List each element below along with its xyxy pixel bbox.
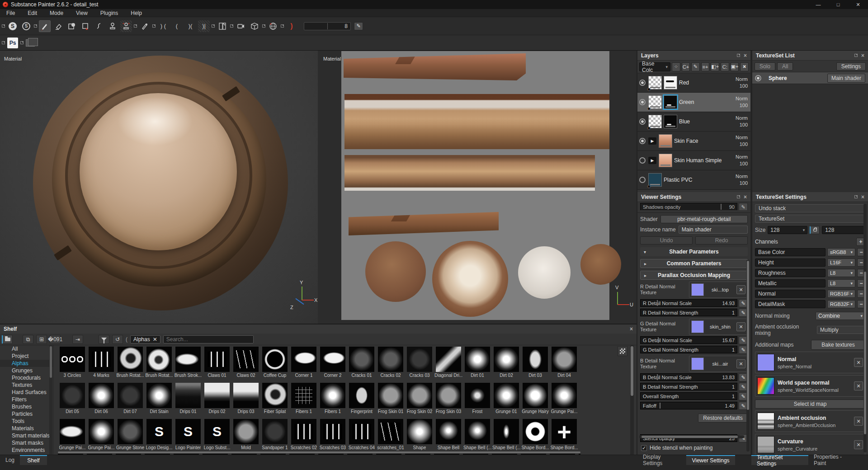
paint-tool-icon[interactable] (39, 20, 51, 32)
minimize-button[interactable]: — (808, 0, 828, 9)
photoshop-export-button[interactable]: Ps (7, 38, 18, 48)
shelf-resource-item[interactable]: Dirt 04 (550, 345, 579, 381)
lock-ratio-button[interactable] (810, 226, 820, 234)
clear-texture-icon[interactable]: ✕ (736, 322, 745, 331)
channel-name-field[interactable]: Height (755, 258, 826, 267)
shelf-category-item[interactable]: Textures (0, 381, 53, 389)
r-detail-normal-strength-slider[interactable]: R Detail Normal Strength 1 (640, 309, 737, 316)
uv-canvas[interactable] (341, 51, 609, 320)
bake-textures-button[interactable]: Bake textures (811, 340, 865, 350)
geometry-mask-uv-icon[interactable]: )| (198, 20, 210, 32)
textureset-row-sphere[interactable]: Sphere Main shader (752, 72, 868, 84)
group-expand-icon[interactable]: ▶ (648, 137, 656, 145)
shelf-resource-item[interactable]: Drips 03 (231, 381, 260, 417)
common-parameters-section[interactable]: ▸ Common Parameters (640, 259, 748, 268)
shelf-resource-item[interactable]: Grunge Hairy (521, 381, 550, 417)
shelf-resource-item[interactable]: Frost (463, 381, 492, 417)
select-id-map-button[interactable]: Select id map (755, 400, 865, 409)
shelf-resource-item[interactable]: Logo Painter (174, 418, 203, 453)
close-panel-icon[interactable]: × (630, 326, 633, 332)
menu-file[interactable]: File (0, 9, 21, 17)
map-card-ambient-occlusion[interactable]: Ambient occlusion sphere_AmbientOcclusio… (755, 410, 865, 432)
vertical-scrollbar[interactable] (746, 260, 750, 451)
shelf-resource-item[interactable]: Frog Skin 03 (434, 381, 463, 417)
channel-name-field[interactable]: Metallic (755, 279, 826, 287)
shelf-resource-item[interactable]: Mold (231, 418, 260, 453)
channel-format-dropdown[interactable]: L8▾ (827, 279, 855, 287)
shelf-category-item[interactable]: Brushes (0, 403, 53, 410)
shelf-resource-item[interactable]: Dirt 05 (58, 381, 87, 417)
perspective-cube-icon[interactable] (249, 20, 260, 32)
shelf-resource-item[interactable]: Grunge Stone (116, 418, 145, 453)
close-panel-icon[interactable]: × (744, 52, 747, 59)
shader-select-button[interactable]: pbr-metal-rough-detail (660, 215, 748, 223)
group-thumbnail[interactable] (659, 154, 672, 167)
filter-tag-alphas[interactable]: Alphas ✕ (130, 335, 160, 343)
search-input[interactable] (163, 335, 254, 343)
undock-icon[interactable] (737, 54, 740, 57)
mask-thumbnail[interactable] (664, 95, 677, 109)
main-shader-button[interactable]: Main shader (827, 74, 865, 83)
parallax-occlusion-section[interactable]: ▸ Parallax Occlusion Mapping (640, 271, 748, 280)
visibility-toggle-icon[interactable] (639, 99, 646, 105)
undock-icon[interactable] (20, 41, 24, 44)
clear-texture-icon[interactable]: ✕ (736, 285, 745, 294)
clear-texture-icon[interactable]: ✕ (736, 359, 745, 368)
close-panel-icon[interactable]: × (744, 194, 747, 200)
category-scrollbar[interactable] (49, 345, 52, 456)
menu-mode[interactable]: Mode (43, 9, 70, 17)
substance-source-icon[interactable]: S (7, 20, 19, 32)
shelf-resource-item[interactable]: Corner 2 (318, 345, 347, 381)
geometry-mask-polygon-icon[interactable]: )( (184, 20, 196, 32)
shelf-resource-item[interactable]: Diagonal Dri... (434, 345, 463, 381)
shelf-resource-item[interactable]: Drips 01 (174, 381, 203, 417)
thumbnail-size-button[interactable] (618, 346, 627, 356)
size-dropdown[interactable]: 128▾ (768, 226, 807, 234)
falloff-slider[interactable]: Falloff 1.49 (640, 402, 737, 409)
undock-icon[interactable] (854, 195, 858, 198)
shelf-resource-item[interactable]: Frog Skin 01 (376, 381, 405, 417)
solo-button[interactable]: Solo (755, 62, 775, 70)
ao-mixing-dropdown[interactable]: Multiply (817, 326, 865, 334)
shelf-resource-item[interactable]: Shape Bord... (521, 418, 550, 453)
b-detail-normal-strength-slider[interactable]: B Detail Normal Strength 1 (640, 383, 737, 390)
shelf-resource-item[interactable]: Fibers 1 (318, 381, 347, 417)
send-to-shelf-button[interactable]: ⇥ (72, 335, 83, 344)
channel-format-dropdown[interactable]: RGB32F▾ (827, 300, 855, 308)
undock-icon[interactable] (230, 24, 233, 28)
channel-name-field[interactable]: Roughness (755, 269, 826, 277)
shelf-resource-item[interactable]: Logo Desig... (145, 418, 174, 453)
add-layer-button[interactable]: ◧+ (711, 62, 719, 71)
r-detail-normal-texture-field[interactable]: ski...top ✕ (689, 282, 748, 298)
menu-view[interactable]: View (70, 9, 94, 17)
projection-tool-icon[interactable] (66, 20, 78, 32)
layer-row-blue[interactable]: Blue Norm100 (637, 112, 750, 132)
shelf-resource-item[interactable]: 3 Circles (58, 345, 87, 381)
shelf-resource-item[interactable]: Scratches 02 (289, 418, 318, 453)
channel-name-field[interactable]: Normal (755, 290, 826, 298)
close-panel-icon[interactable]: × (861, 194, 864, 200)
shelf-category-item[interactable]: All (0, 345, 53, 352)
visibility-toggle-icon[interactable] (639, 138, 646, 144)
channel-format-dropdown[interactable]: RGB16F▾ (827, 290, 855, 298)
stencil-arc-icon[interactable]: ) (286, 20, 297, 32)
channel-format-dropdown[interactable]: L16F▾ (827, 258, 855, 267)
shelf-resource-item[interactable]: Scratches 04 (347, 418, 376, 453)
shelf-resource-item[interactable]: Dirt 02 (492, 345, 521, 381)
channel-name-field[interactable]: DetailMask (755, 300, 826, 308)
shelf-category-item[interactable]: Materials (0, 425, 53, 432)
shelf-resource-item[interactable]: Fingerprint (347, 381, 376, 417)
layer-row-skin-face[interactable]: ▶ Skin Face Norm100 (637, 132, 750, 151)
g-detail-normal-texture-field[interactable]: skin_shin ✕ (689, 319, 748, 335)
add-eraser-button[interactable]: ✎ (691, 62, 700, 71)
overall-strength-slider[interactable]: Overall Strength 1 (640, 392, 737, 400)
undock-icon[interactable] (152, 24, 156, 28)
layer-row-red[interactable]: Red Norm100 (637, 73, 750, 93)
close-button[interactable]: ✕ (848, 0, 868, 9)
viewport-2d[interactable]: Material V U (318, 51, 637, 324)
g-detail-normal-scale-slider[interactable]: G Detail Normal Scale 15.67 (640, 336, 737, 344)
shelf-horizontal-scrollbar[interactable] (58, 451, 580, 453)
shelf-resource-item[interactable]: Logo Subst... (203, 418, 231, 453)
shelf-category-item[interactable]: Smart materials (0, 432, 53, 439)
add-folder-button[interactable]: ▣+ (731, 62, 739, 71)
